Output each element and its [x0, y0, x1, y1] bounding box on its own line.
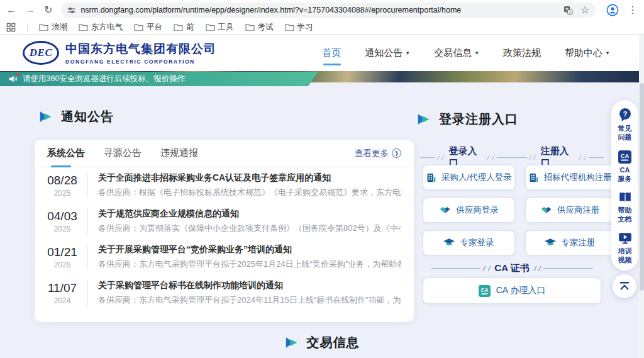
- button-label: CA 办理入口: [496, 285, 546, 296]
- sidebar-item-training-videos[interactable]: 培训视频: [617, 232, 633, 265]
- notice-row[interactable]: 08/28 2025 关于全面推进非招标采购业务CA认证及电子签章应用的通知 各…: [35, 167, 414, 203]
- button-label: 专家登录: [460, 237, 494, 249]
- nav-label: 首页: [322, 47, 341, 59]
- notice-desc: 各供应商：为贯彻落实《保障中小企业款项支付条例》（国务院令第802号）及《中小企…: [98, 223, 401, 234]
- forward-icon[interactable]: →: [25, 5, 35, 15]
- notice-row[interactable]: 11/07 2024 关于采购管理平台标书在线制作功能培训的通知 各供应商：东方…: [35, 275, 414, 311]
- bookmark-label: 前: [186, 22, 194, 33]
- svg-text:?: ?: [623, 110, 627, 118]
- supplier-register-button[interactable]: 供应商注册: [525, 198, 615, 223]
- bookmark-label: 学习: [297, 22, 313, 33]
- notice-title[interactable]: 关于采购管理平台标书在线制作功能培训的通知: [98, 280, 401, 291]
- company-logo[interactable]: DEC 中国东方电气集团有限公司 DONGFANG ELECTRIC CORPO…: [23, 41, 216, 65]
- url-text[interactable]: nsrm.dongfang.com/platform/runtime/epp/d…: [80, 6, 558, 14]
- divider: [27, 23, 28, 31]
- notice-date: 11/07 2024: [45, 281, 80, 305]
- section-arrow-icon: [417, 113, 431, 125]
- nav-label: 交易信息: [434, 47, 472, 59]
- back-to-top-icon: [619, 281, 630, 291]
- ca-apply-button[interactable]: CA CA 办理入口: [423, 277, 601, 304]
- bookmark-folder[interactable]: 考试: [245, 22, 274, 33]
- translate-icon[interactable]: 文A: [564, 6, 573, 15]
- bookmark-folder[interactable]: 东方电气: [79, 22, 123, 33]
- supplier-login-button[interactable]: 供应商登录: [423, 198, 515, 223]
- url-bar[interactable]: nsrm.dongfang.com/platform/runtime/epp/d…: [61, 3, 596, 18]
- notice-month-day: 08/28: [45, 174, 80, 187]
- notice-year: 2025: [45, 260, 80, 269]
- notice-month-day: 01/21: [45, 245, 80, 259]
- scrollbar-thumb[interactable]: [640, 83, 644, 291]
- chevron-down-icon: ▼: [605, 50, 610, 56]
- sidebar-label: 常见问题: [617, 124, 633, 142]
- sidebar-item-ca-service[interactable]: CA CA服务: [617, 150, 633, 184]
- profile-icon[interactable]: [606, 4, 619, 16]
- notice-row[interactable]: 01/21 2025 关于开展采购管理平台“竞价采购业务”培训的通知 各供应商：…: [35, 239, 414, 275]
- notice-title[interactable]: 关于开展采购管理平台“竞价采购业务”培训的通知: [98, 244, 401, 255]
- sidebar-label: 帮助文档: [617, 206, 633, 224]
- notice-row[interactable]: 04/03 2025 关于规范供应商企业规模信息的通知 各供应商：为贯彻落实《保…: [35, 203, 414, 239]
- notice-title[interactable]: 关于全面推进非招标采购业务CA认证及电子签章应用的通知: [98, 172, 401, 184]
- nav-policies[interactable]: 政策法规: [503, 43, 541, 63]
- view-more-link[interactable]: 查看更多 ❯: [355, 148, 401, 159]
- notice-card: 系统公告 寻源公告 违规通报 查看更多 ❯ 08/28 2025 关于全面推进非…: [35, 140, 414, 322]
- back-to-top-button[interactable]: [613, 274, 636, 298]
- back-icon[interactable]: ←: [6, 5, 16, 15]
- notice-date: 04/03 2025: [45, 210, 80, 233]
- ca-badge-icon: CA: [618, 150, 631, 164]
- ca-badge-icon: CA: [479, 285, 491, 297]
- dec-logo-oval: DEC: [23, 41, 59, 65]
- section-title-text: 通知公告: [61, 108, 114, 125]
- apps-grid-icon[interactable]: [6, 23, 16, 32]
- bookmark-folder[interactable]: 平台: [134, 22, 162, 33]
- sidebar-label: CA服务: [617, 165, 633, 184]
- folder-icon: [79, 23, 88, 31]
- announcement-text: 请使用360安全浏览器进行后续投标、报价操作: [23, 74, 185, 84]
- notification-dot: [17, 73, 20, 76]
- login-section-title: 登录注册入口: [417, 111, 518, 128]
- bidding-agency-register-button[interactable]: 招标代理机构注册: [525, 165, 615, 190]
- reload-icon[interactable]: ↻: [44, 5, 52, 15]
- company-name-en: DONGFANG ELECTRIC CORPORATION: [65, 59, 216, 65]
- building-icon: [528, 172, 539, 183]
- site-info-icon[interactable]: [67, 6, 75, 14]
- chevron-down-icon: ▼: [474, 50, 479, 56]
- button-label: 专家注册: [561, 237, 595, 249]
- training-video-icon: [618, 232, 632, 245]
- nav-help-center[interactable]: 帮助中心▼: [565, 43, 610, 63]
- button-label: 供应商登录: [456, 204, 499, 216]
- bookmarks-bar: 浪潮 东方电气 平台 前 工具 考试 学习: [0, 20, 644, 35]
- nav-notices[interactable]: 通知公告▼: [365, 43, 410, 63]
- notice-desc: 各供应商：东方电气采购管理平台拟于2025年1月24日上线“竞价采购”业务，为帮…: [98, 259, 401, 270]
- bookmark-folder[interactable]: 学习: [285, 22, 313, 33]
- site-header: DEC 中国东方电气集团有限公司 DONGFANG ELECTRIC CORPO…: [0, 35, 644, 71]
- nav-label: 帮助中心: [565, 47, 602, 59]
- bookmark-folder[interactable]: 工具: [206, 22, 234, 33]
- expert-login-button[interactable]: 专家登录: [423, 230, 515, 255]
- tab-violation-reports[interactable]: 违规通报: [160, 140, 198, 167]
- expert-register-button[interactable]: 专家注册: [525, 230, 615, 255]
- notice-month-day: 04/03: [45, 210, 80, 223]
- tab-system-notices[interactable]: 系统公告: [47, 140, 85, 167]
- button-label: 招标代理机构注册: [544, 172, 612, 183]
- sidebar-item-help-docs[interactable]: 帮助文档: [617, 191, 633, 224]
- sidebar-item-faq[interactable]: ? 常见问题: [617, 108, 633, 142]
- trade-section-row: 交易信息: [0, 334, 644, 351]
- section-arrow-icon: [285, 337, 299, 349]
- browser-window: ← → ↻ nsrm.dongfang.com/platform/runtime…: [0, 0, 644, 358]
- speaker-icon: [9, 75, 18, 83]
- folder-icon: [39, 23, 48, 31]
- sidebar-label: 培训视频: [617, 247, 633, 265]
- nav-trade-info[interactable]: 交易信息▼: [434, 43, 479, 63]
- notice-title[interactable]: 关于规范供应商企业规模信息的通知: [98, 208, 401, 220]
- button-label: 供应商注册: [557, 204, 600, 216]
- bookmark-folder[interactable]: 浪潮: [39, 22, 67, 33]
- purchaser-agent-login-button[interactable]: 采购人/代理人登录: [423, 165, 515, 190]
- menu-dots-icon[interactable]: ⋮: [628, 5, 638, 15]
- tab-sourcing-notices[interactable]: 寻源公告: [104, 140, 142, 167]
- bookmark-folder[interactable]: 前: [174, 22, 194, 33]
- notice-desc: 各供应商：东方电气采购管理平台拟于2024年11月15日上线“标书在线制作”功能…: [98, 294, 401, 306]
- notice-month-day: 11/07: [45, 281, 80, 295]
- nav-label: 政策法规: [503, 47, 541, 59]
- nav-home[interactable]: 首页: [322, 43, 341, 63]
- bookmark-star-icon[interactable]: ☆: [580, 5, 589, 15]
